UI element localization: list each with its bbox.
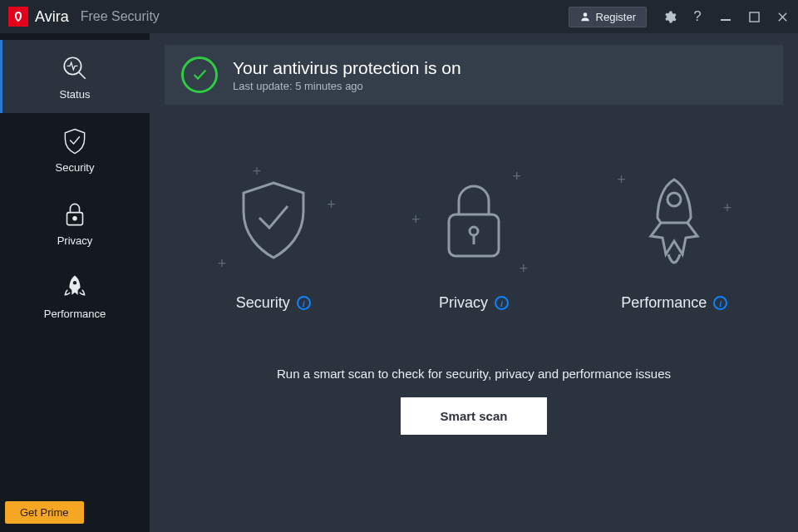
smart-scan-button[interactable]: Smart scan — [401, 397, 548, 435]
sidebar: Status Security Privacy Performance Get … — [0, 33, 150, 532]
sidebar-item-privacy[interactable]: Privacy — [0, 186, 150, 259]
sidebar-item-performance[interactable]: Performance — [0, 259, 150, 332]
window-controls: ? — [662, 9, 790, 24]
user-icon — [579, 11, 591, 22]
maximize-icon[interactable] — [746, 9, 761, 24]
svg-point-7 — [73, 281, 76, 284]
magnify-pulse-icon — [60, 53, 90, 83]
svg-point-11 — [667, 193, 681, 206]
sidebar-item-status[interactable]: Status — [0, 40, 150, 113]
main-panel: Your antivirus protection is on Last upd… — [150, 33, 798, 532]
help-icon[interactable]: ? — [690, 9, 705, 24]
padlock-icon — [441, 180, 507, 263]
status-banner: Your antivirus protection is on Last upd… — [165, 45, 783, 105]
status-headline: Your antivirus protection is on — [233, 58, 461, 78]
sidebar-item-label: Performance — [44, 308, 106, 320]
smart-scan-label: Smart scan — [441, 409, 508, 423]
brand-name: Avira — [35, 8, 69, 26]
svg-point-6 — [73, 216, 76, 219]
rocket-icon — [60, 273, 90, 303]
card-security-label: Security — [236, 294, 290, 312]
sidebar-item-security[interactable]: Security — [0, 113, 150, 186]
get-prime-button[interactable]: Get Prime — [5, 501, 84, 524]
shield-icon — [60, 126, 90, 156]
sidebar-item-label: Privacy — [57, 234, 93, 247]
status-subline: Last update: 5 minutes ago — [233, 80, 461, 92]
rocket-large-icon — [637, 176, 712, 266]
avira-logo-icon — [8, 7, 28, 27]
svg-line-4 — [79, 72, 86, 79]
svg-point-9 — [470, 227, 478, 235]
info-icon[interactable]: i — [713, 296, 727, 310]
svg-point-0 — [583, 12, 587, 17]
gear-icon[interactable] — [662, 9, 677, 24]
titlebar: Avira Free Security Register ? — [0, 0, 798, 33]
card-privacy-label: Privacy — [439, 294, 488, 312]
minimize-icon[interactable] — [718, 9, 733, 24]
register-label: Register — [596, 11, 636, 23]
sidebar-item-label: Security — [56, 161, 95, 174]
cards-row: + + + Security i + + + — [165, 163, 783, 312]
svg-rect-1 — [721, 19, 731, 21]
get-prime-label: Get Prime — [20, 506, 69, 519]
lock-icon — [60, 200, 90, 229]
brand-block: Avira Free Security — [8, 7, 160, 27]
card-security[interactable]: + + + Security i — [211, 163, 336, 312]
product-name: Free Security — [81, 9, 160, 24]
register-button[interactable]: Register — [569, 7, 647, 27]
scan-hint: Run a smart scan to check for security, … — [165, 367, 783, 381]
sidebar-item-label: Status — [60, 88, 91, 101]
svg-rect-2 — [749, 12, 758, 21]
card-performance[interactable]: + + Performance i — [612, 163, 736, 312]
info-icon[interactable]: i — [495, 296, 509, 310]
close-icon[interactable] — [775, 9, 790, 24]
status-ok-icon — [181, 57, 218, 93]
card-performance-label: Performance — [621, 294, 707, 312]
info-icon[interactable]: i — [297, 296, 311, 310]
card-privacy[interactable]: + + + Privacy i — [411, 163, 536, 312]
shield-check-icon — [236, 180, 311, 263]
